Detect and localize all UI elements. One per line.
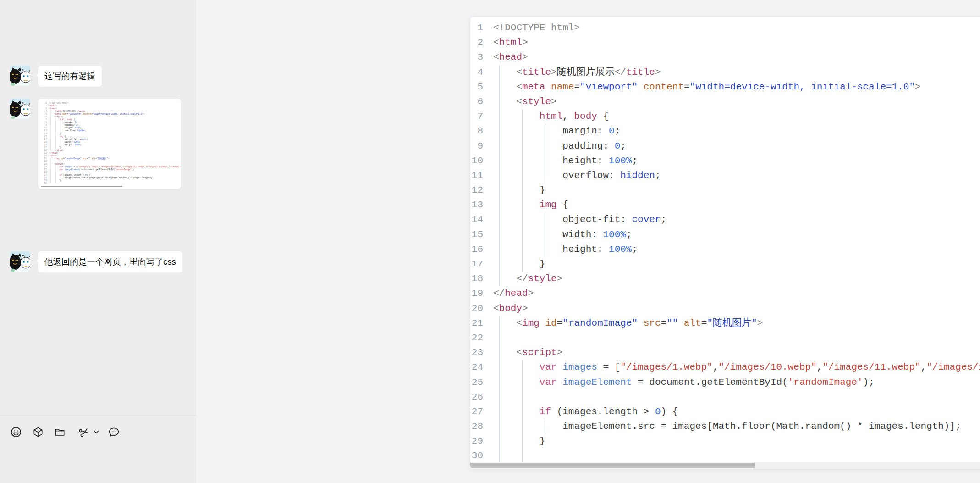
code-token (545, 82, 551, 92)
code-editor[interactable]: 1<!DOCTYPE html>2<html>3<head>4 <title>随… (470, 21, 980, 462)
code-token: style (55, 116, 62, 118)
code-line-content: var images = ["/images/1.webp","/images/… (493, 360, 980, 375)
code-line-content: <body> (493, 301, 528, 316)
indent-guide (522, 109, 523, 124)
code-token: { (557, 200, 568, 210)
thumbnail-scrollbar-thumb[interactable] (41, 186, 122, 187)
code-token: content (644, 82, 684, 92)
code-token: 100% (609, 244, 632, 255)
code-line: 8 margin: 0; (470, 124, 980, 139)
indent-guide (545, 168, 545, 183)
code-token: ; (615, 126, 621, 136)
indent-guide (499, 80, 500, 94)
line-number: 19 (470, 286, 483, 301)
code-token: "/images/12.webp" (146, 166, 168, 168)
code-token: , (817, 362, 823, 372)
code-line: 18 </style> (470, 272, 980, 286)
code-token: > (551, 67, 557, 78)
code-token: 100% (75, 127, 80, 129)
code-horizontal-scrollbar[interactable] (470, 462, 980, 469)
code-token: 0 (615, 141, 621, 151)
code-token: "/images/1.webp" (620, 362, 713, 372)
indent-guide (545, 124, 545, 139)
code-token: "/images/10.webp" (719, 362, 817, 372)
indent-guide (499, 242, 500, 257)
chat-message: 这写的有逻辑 (10, 66, 102, 87)
code-token: > (108, 157, 110, 160)
avatar[interactable] (10, 251, 30, 272)
code-token (49, 174, 60, 177)
code-token: "随机图片" (97, 157, 108, 160)
indent-guide (499, 419, 500, 434)
code-token: title (626, 67, 655, 78)
code-token: overflow: (493, 170, 620, 181)
indent-guide (522, 375, 523, 390)
thumbnail-horizontal-scrollbar[interactable] (41, 186, 178, 187)
input-toolbar (0, 426, 196, 438)
code-token: style (522, 96, 551, 107)
line-number: 4 (470, 65, 483, 80)
chevron-down-icon[interactable] (93, 430, 99, 434)
cat-avatar-image (10, 251, 30, 272)
message-bubble[interactable]: 他返回的是一个网页，里面写了css (38, 251, 182, 272)
code-token: </ (516, 273, 528, 284)
code-token (638, 82, 644, 92)
code-token: style (528, 273, 557, 284)
indent-guide (499, 94, 500, 109)
code-token (493, 362, 540, 372)
code-token: } (493, 185, 545, 195)
code-line: 6 <style> (470, 94, 980, 109)
code-token: script (522, 347, 557, 358)
code-line-content: <img id="randomImage" src="" alt="随机图片"> (493, 316, 763, 331)
code-token: = [ (72, 166, 77, 168)
code-token: , (562, 111, 574, 122)
scrollbar-thumb[interactable] (470, 463, 755, 468)
code-line: 3<head> (470, 50, 980, 65)
code-line-content: padding: 0; (493, 139, 626, 154)
code-line: 10 height: 100%; (470, 154, 980, 168)
code-line-content: width: 100%; (493, 228, 632, 242)
code-token: img (540, 200, 557, 210)
indent-guide (522, 242, 523, 257)
screenshot-scissors-icon[interactable] (78, 426, 90, 438)
avatar[interactable] (10, 66, 30, 86)
chat-history-icon[interactable] (108, 426, 120, 438)
code-token: head (499, 52, 522, 62)
code-token: > (143, 113, 144, 116)
indent-guide (545, 242, 545, 257)
code-token: body (499, 303, 522, 314)
code-line-content: imageElement.src = images[Math.floor(Mat… (493, 419, 961, 434)
code-token: var (540, 377, 557, 388)
line-number: 28 (470, 419, 483, 434)
code-token: html (499, 37, 522, 48)
code-line: 27 if (images.length > 0) { (470, 405, 980, 419)
code-token: meta (522, 82, 545, 92)
code-line: 29 } (470, 434, 980, 449)
avatar[interactable] (10, 99, 30, 119)
code-token: width: (49, 140, 73, 143)
code-line: 28 imageElement.src = images[Math.floor(… (470, 419, 980, 434)
line-number: 1 (470, 21, 483, 35)
message-bubble[interactable]: 这写的有逻辑 (38, 66, 102, 87)
code-token: alt (684, 318, 701, 328)
indent-guide (522, 183, 523, 198)
code-token: , (921, 362, 927, 372)
code-line-content: <img id="randomImage" src="" alt="随机图片"> (49, 157, 109, 160)
code-line-content: if (images.length > 0) { (493, 405, 678, 419)
code-token: ; (626, 229, 632, 240)
emoji-icon[interactable] (10, 426, 22, 438)
indent-guide (499, 168, 500, 183)
indent-guide (61, 129, 61, 132)
line-number: 18 (470, 272, 483, 286)
code-line-content: <meta name="viewport" content="width=dev… (49, 113, 144, 116)
indent-guide (61, 177, 61, 179)
folder-icon[interactable] (54, 426, 66, 438)
code-token: > (557, 273, 563, 284)
code-line-content: } (49, 179, 61, 182)
code-token: > (63, 149, 65, 151)
line-number: 17 (470, 257, 483, 272)
code-line-content: <head> (493, 50, 528, 65)
code-token: script (55, 163, 63, 166)
code-thumbnail-card[interactable]: 1<!DOCTYPE html>2<html>3<head>4 <title>随… (38, 99, 181, 189)
package-box-icon[interactable] (32, 426, 44, 438)
